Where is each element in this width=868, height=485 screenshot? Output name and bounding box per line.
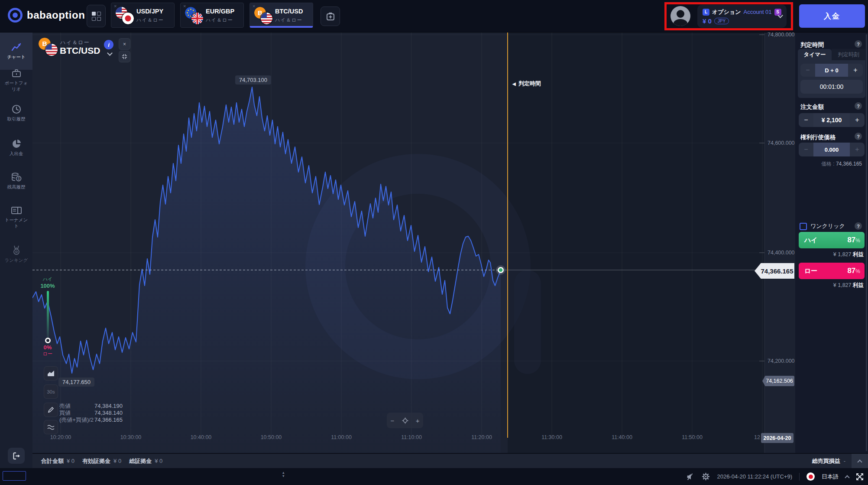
one-click-row: ワンクリック bbox=[800, 222, 845, 230]
help-icon[interactable]: ? bbox=[855, 102, 862, 110]
scroll-toggle[interactable]: ▴▾ bbox=[282, 471, 285, 478]
sidebar-item-balance-history[interactable]: $ 残高履歴 bbox=[0, 172, 32, 190]
timeframe-button[interactable]: 30s bbox=[44, 384, 58, 399]
brand-logo-text: babaoption bbox=[27, 9, 85, 21]
status-bar: ▴▾ 2026-04-20 11:22:24 (UTC+9) 日本語 bbox=[0, 468, 868, 485]
gauge-marker-icon bbox=[45, 338, 51, 343]
chart-area[interactable]: B ハイ＆ロー BTC/USD i × 74,703.100 ◀判定時間 ハイ … bbox=[32, 33, 795, 453]
tab-usdjpy[interactable]: × USD/JPY ハイ＆ロー bbox=[111, 3, 175, 28]
sidebar-item-chart[interactable]: チャート bbox=[0, 42, 32, 60]
ticket-icon bbox=[11, 206, 22, 215]
tab-eurgbp[interactable]: × EUR/GBP ハイ＆ロー bbox=[180, 3, 244, 28]
chart-instrument-title: BTC/USD bbox=[60, 46, 100, 56]
one-click-checkbox[interactable] bbox=[800, 223, 807, 230]
layout-grid-button[interactable] bbox=[87, 5, 106, 27]
strike-value: 0.000 bbox=[813, 143, 850, 156]
gauge-low-percent: 0% bbox=[39, 344, 56, 351]
gauge-bar bbox=[47, 291, 49, 339]
gauge-low-label: ロー bbox=[39, 351, 56, 357]
judge-time-title: 判定時間 bbox=[800, 41, 824, 49]
draw-button[interactable] bbox=[44, 403, 58, 417]
pencil-icon bbox=[48, 407, 54, 413]
account-currency-badge: JPY bbox=[714, 18, 729, 24]
duration-field[interactable]: 00:01:00 bbox=[800, 80, 863, 94]
tab-judge-clock[interactable]: 判定時刻 bbox=[832, 49, 865, 60]
day-plus-button[interactable]: + bbox=[848, 64, 863, 77]
account-type-label: オプション bbox=[712, 8, 741, 16]
divider bbox=[799, 473, 800, 481]
ask-value: 74,348.140 bbox=[94, 410, 123, 417]
info-icon[interactable]: i bbox=[104, 40, 113, 49]
svg-text:$: $ bbox=[17, 176, 19, 181]
crosshair-icon[interactable] bbox=[402, 417, 408, 424]
account-balance: ¥ 0 bbox=[703, 17, 712, 25]
sidebar-item-portfolio[interactable]: ポートフォリオ bbox=[0, 68, 32, 92]
avatar[interactable] bbox=[670, 6, 690, 26]
sound-muted-icon[interactable] bbox=[686, 472, 695, 481]
strike-plus-button[interactable]: + bbox=[850, 143, 865, 156]
add-instrument-button[interactable] bbox=[321, 7, 340, 26]
logout-button[interactable] bbox=[8, 448, 25, 464]
high-button[interactable]: ハイ 87% bbox=[799, 232, 865, 248]
tab-subtitle: ハイ＆ロー bbox=[275, 17, 302, 23]
gear-icon[interactable] bbox=[702, 472, 710, 481]
account-selector[interactable]: L オプション Account 01 S ¥ 0 JPY bbox=[697, 5, 787, 28]
tab-timer[interactable]: タイマー bbox=[798, 49, 832, 60]
avatar-person-icon bbox=[677, 10, 684, 18]
footer-expand-button[interactable] bbox=[852, 454, 868, 469]
language-selector[interactable]: 日本語 bbox=[822, 473, 839, 481]
japan-flag-icon bbox=[806, 472, 815, 481]
account-type-badge: L bbox=[703, 9, 709, 16]
sidebar-item-ranking[interactable]: ランキング bbox=[0, 245, 32, 263]
price-chart[interactable] bbox=[32, 33, 795, 453]
help-icon[interactable]: ? bbox=[855, 222, 862, 230]
usdjpy-flag-icon bbox=[116, 7, 135, 24]
current-price-tag: 74,366.165 bbox=[755, 263, 794, 279]
amount-stepper: − ¥ 2,100 + bbox=[799, 113, 865, 127]
amount-minus-button[interactable]: − bbox=[799, 113, 813, 127]
low-button[interactable]: ロー 87% bbox=[799, 263, 865, 279]
collapse-icon bbox=[122, 54, 127, 59]
strike-minus-button[interactable]: − bbox=[799, 143, 813, 156]
briefcase-icon bbox=[11, 68, 22, 78]
tab-pair-label: EUR/GBP bbox=[206, 8, 234, 15]
order-amount-title: 注文金額 bbox=[800, 103, 824, 111]
footer-bar: 合計金額 ¥ 0 有効証拠金 ¥ 0 総証拠金 ¥ 0 総売買損益 - bbox=[32, 453, 868, 468]
tab-pair-label: BTC/USD bbox=[275, 8, 303, 15]
help-icon[interactable]: ? bbox=[855, 40, 862, 48]
bid-label: 売値 bbox=[59, 403, 71, 409]
area-chart-icon bbox=[47, 370, 55, 377]
coins-icon: $ bbox=[11, 172, 22, 182]
trade-panel: 判定時間 ? タイマー 判定時刻 − D + 0 + 00:01:00 注文金額… bbox=[795, 33, 868, 453]
tab-pair-label: USD/JPY bbox=[136, 8, 163, 15]
tab-btcusd[interactable]: × B BTC/USD ハイ＆ロー bbox=[249, 3, 313, 28]
zoom-in-button[interactable]: + bbox=[416, 417, 420, 424]
indicators-button[interactable] bbox=[44, 420, 58, 434]
fullscreen-icon[interactable] bbox=[856, 473, 864, 481]
zoom-out-button[interactable]: − bbox=[391, 417, 395, 424]
sidebar-item-history[interactable]: 取引履歴 bbox=[0, 104, 32, 122]
panel-scrollbar[interactable] bbox=[866, 34, 867, 451]
indicator-icon bbox=[47, 424, 55, 430]
strike-stepper: − 0.000 + bbox=[799, 143, 865, 156]
sidebar-item-tournament[interactable]: トーナメント bbox=[0, 206, 32, 229]
chart-type-button[interactable] bbox=[44, 366, 58, 381]
left-triangle-icon: ◀ bbox=[512, 81, 516, 86]
deposit-button[interactable]: 入金 bbox=[799, 4, 865, 28]
mid-label: (売値+買値)/2 bbox=[59, 417, 94, 423]
low-price-badge: 74,177.650 bbox=[58, 378, 94, 387]
chart-collapse-button[interactable] bbox=[119, 51, 130, 62]
status-left-widget[interactable] bbox=[3, 471, 26, 481]
day-minus-button[interactable]: − bbox=[800, 64, 815, 77]
help-icon[interactable]: ? bbox=[855, 133, 862, 140]
sidebar-item-deposits[interactable]: 入出金 bbox=[0, 139, 32, 156]
clock-text: 2026-04-20 11:22:24 (UTC+9) bbox=[717, 473, 792, 480]
chevron-up-icon[interactable] bbox=[845, 475, 849, 480]
amount-plus-button[interactable]: + bbox=[850, 113, 865, 127]
logout-icon bbox=[12, 452, 21, 460]
sidebar: チャート ポートフォリオ 取引履歴 入出金 $ 残高履歴 トーナメント ランキン… bbox=[0, 33, 32, 468]
chart-close-button[interactable]: × bbox=[119, 38, 130, 50]
top-bar: babaoption × USD/JPY ハイ＆ロー × EUR/GBP ハイ＆… bbox=[0, 0, 868, 33]
last-price-badge: 74,162.506 bbox=[762, 376, 794, 386]
reference-price: 価格 : 74,366.165 bbox=[821, 160, 862, 168]
